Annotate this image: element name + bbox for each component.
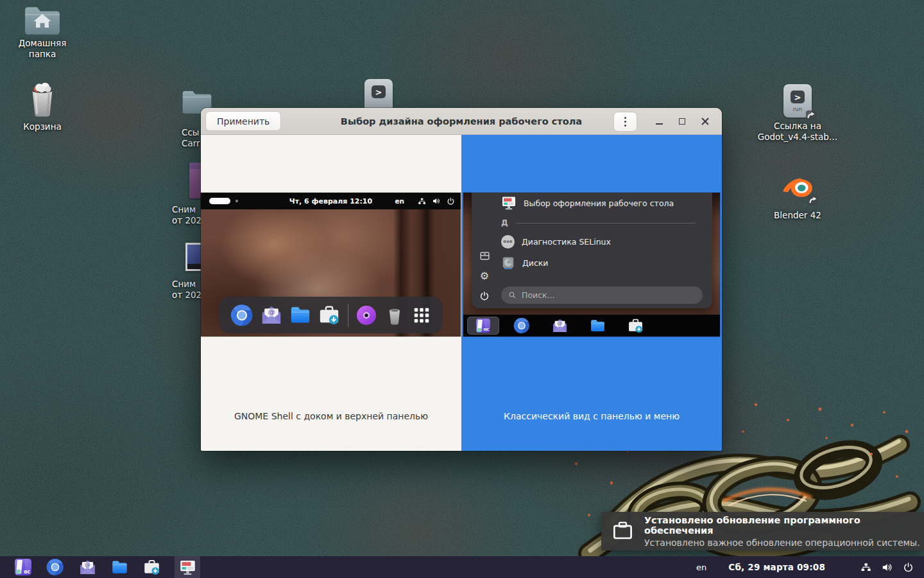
taskbar-clock[interactable]: Сб, 29 марта 09:08 xyxy=(728,562,825,572)
window-menu-button[interactable] xyxy=(613,112,637,132)
files-icon xyxy=(590,318,606,334)
taskbar: ос en Сб, 29 марта 09:08 xyxy=(0,556,924,578)
start-menu-sidebar: ⚙ xyxy=(472,193,497,308)
mail-icon xyxy=(552,318,568,334)
chromium-icon xyxy=(46,558,64,576)
section-divider xyxy=(516,223,696,223)
desktop-icon-label: Сним от 202 xyxy=(172,204,201,226)
menu-item-design-chooser: Выбор оформления рабочего стола xyxy=(501,194,706,212)
oxo-app-icon: oxo xyxy=(501,235,515,249)
desktop-icon-trash[interactable]: Корзина xyxy=(12,82,73,132)
option-classic-view[interactable]: ⚙ Выбор оформления рабочего стола Д xyxy=(461,135,722,451)
taskbar-tray: en Сб, 29 марта 09:08 xyxy=(696,556,914,578)
design-options: Чт, 6 февраля 12:10 en xyxy=(201,135,722,451)
disks-app-icon xyxy=(501,256,515,270)
close-button[interactable] xyxy=(694,108,717,135)
desktop-icon-home[interactable]: Домашняя папка xyxy=(6,5,78,60)
files-icon xyxy=(289,304,311,326)
network-tray-button[interactable] xyxy=(860,562,871,573)
option-gnome-shell[interactable]: Чт, 6 февраля 12:10 en xyxy=(201,135,461,451)
minimize-icon xyxy=(656,123,663,125)
gnome-dock xyxy=(219,297,443,333)
chromium-icon xyxy=(230,304,253,327)
monitor-app-icon xyxy=(501,195,517,211)
taskbar-left: ос xyxy=(0,556,200,578)
trash-icon xyxy=(28,82,57,118)
window-titlebar[interactable]: Применить Выбор дизайна оформления рабоч… xyxy=(201,108,722,135)
blender-icon xyxy=(780,169,815,204)
search-icon xyxy=(508,291,517,299)
minimize-button[interactable] xyxy=(647,108,671,135)
apply-button[interactable]: Применить xyxy=(205,111,281,131)
desktop-icon-label: Blender 42 xyxy=(774,210,821,221)
volume-tray-button[interactable] xyxy=(881,561,893,574)
classic-start-menu: ⚙ Выбор оформления рабочего стола Д xyxy=(472,193,712,308)
mail-icon xyxy=(261,304,282,326)
network-icon xyxy=(860,562,871,573)
desktop-icon-label: Сним от 202 xyxy=(172,279,201,301)
maximize-icon xyxy=(679,118,685,125)
taskbar-files-button[interactable] xyxy=(110,558,128,576)
power-icon xyxy=(447,197,455,206)
desktop-icon-label: Ссылка на Godot_v4.4-stab… xyxy=(758,121,838,143)
taskbar-mail-button[interactable] xyxy=(78,558,96,576)
app-grid-icon xyxy=(412,306,431,325)
menu-section-d: Д xyxy=(501,216,706,230)
software-icon xyxy=(143,559,160,576)
os-start-logo-icon: ос xyxy=(15,559,31,575)
notification-title: Установлено обновление программного обес… xyxy=(644,515,924,536)
power-icon xyxy=(903,562,914,573)
home-folder-icon xyxy=(24,5,61,35)
keyboard-layout-indicator[interactable]: en xyxy=(696,563,706,572)
settings-gear-icon: ⚙ xyxy=(480,271,489,281)
notification-text: Установлено обновление программного обес… xyxy=(644,515,924,548)
desktop-icon-godot-link[interactable]: > run Ссылка на Godot_v4.4-stab… xyxy=(752,84,843,143)
window-controls xyxy=(613,108,717,135)
executable-icon: > run xyxy=(783,84,812,118)
dock-separator xyxy=(348,304,348,327)
run-label: run xyxy=(793,106,802,112)
notification-body: Установлено важное обновление операционн… xyxy=(644,538,924,548)
desktop-design-chooser-window: Применить Выбор дизайна оформления рабоч… xyxy=(201,108,722,451)
archive-drawer-icon xyxy=(479,250,490,261)
power-tray-button[interactable] xyxy=(903,562,914,573)
start-menu-search: Поиск... xyxy=(501,286,703,304)
gnome-lang-indicator: en xyxy=(395,197,404,205)
classic-option-caption: Классический вид с панелью и меню xyxy=(461,411,722,421)
network-icon xyxy=(418,197,426,206)
close-icon xyxy=(701,118,709,125)
start-button[interactable]: ос xyxy=(14,558,32,576)
gnome-preview-wallpaper xyxy=(201,209,461,337)
classic-start-button: ос xyxy=(467,317,499,335)
volume-icon xyxy=(432,197,441,206)
media-icon xyxy=(355,304,377,326)
gnome-preview-screenshot: Чт, 6 февраля 12:10 en xyxy=(201,193,461,337)
symlink-emblem-icon xyxy=(805,110,817,121)
files-icon xyxy=(111,559,128,576)
menu-item-selinux: oxo Диагностика SELinux xyxy=(501,232,706,250)
gnome-option-caption: GNOME Shell с доком и верхней панелью xyxy=(201,411,461,421)
classic-taskbar: ос xyxy=(463,315,720,337)
briefcase-icon xyxy=(612,520,634,543)
run-badge-icon: > xyxy=(372,85,386,98)
maximize-button[interactable] xyxy=(671,108,694,135)
run-badge-icon: > xyxy=(791,91,805,103)
mail-icon xyxy=(79,559,96,576)
taskbar-chromium-button[interactable] xyxy=(46,558,64,576)
desktop-root: { "desktop": { "run_badge": "run", "icon… xyxy=(0,0,924,578)
software-icon xyxy=(628,318,644,334)
taskbar-software-button[interactable] xyxy=(142,558,160,576)
gnome-topbar: Чт, 6 февраля 12:10 en xyxy=(201,193,461,209)
classic-preview-screenshot: ⚙ Выбор оформления рабочего стола Д xyxy=(463,193,720,337)
taskbar-active-window-button[interactable] xyxy=(175,556,200,578)
gnome-topbar-tray: en xyxy=(395,193,455,209)
monitor-app-icon xyxy=(179,559,196,576)
chromium-icon xyxy=(513,317,530,334)
desktop-icon-label: Ссы Carr xyxy=(182,127,200,149)
start-menu-items: Выбор оформления рабочего стола Д oxo Ди… xyxy=(501,194,706,272)
desktop-icon-label: Корзина xyxy=(23,121,61,132)
trash-dock-icon xyxy=(384,305,405,326)
update-notification[interactable]: Установлено обновление программного обес… xyxy=(601,512,924,550)
desktop-icon-blender[interactable]: Blender 42 xyxy=(759,169,836,221)
power-icon xyxy=(479,291,490,301)
